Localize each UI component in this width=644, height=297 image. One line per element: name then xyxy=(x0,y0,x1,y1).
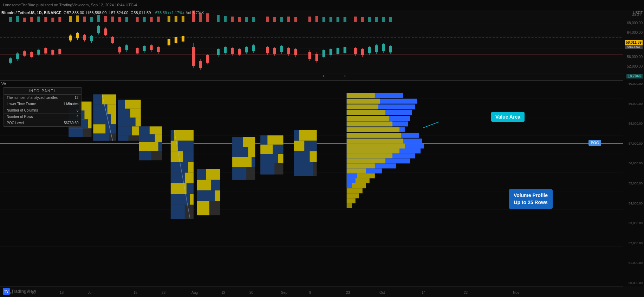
svg-rect-128 xyxy=(143,17,146,22)
svg-rect-112 xyxy=(23,18,26,22)
low-label: L57,324.00 xyxy=(109,11,128,15)
svg-rect-261 xyxy=(347,93,375,98)
info-row-rows: Number of Rows 4 xyxy=(4,114,81,120)
svg-rect-144 xyxy=(273,17,276,22)
svg-text:14: 14 xyxy=(422,291,426,295)
svg-rect-10 xyxy=(16,53,19,59)
current-time-label: 09:15:03 xyxy=(625,45,643,49)
svg-rect-248 xyxy=(273,145,283,154)
vol-badge: 18.704K xyxy=(626,74,643,78)
svg-rect-24 xyxy=(69,36,72,40)
svg-rect-38 xyxy=(118,47,121,52)
chart-divider xyxy=(0,80,623,81)
svg-rect-215 xyxy=(178,141,194,151)
current-price-label: 58,011.59 xyxy=(625,40,643,45)
svg-rect-237 xyxy=(232,137,243,147)
svg-rect-14 xyxy=(30,52,33,57)
info-row-columns: Number of Columns 6 xyxy=(4,107,81,114)
svg-rect-249 xyxy=(260,154,278,163)
svg-rect-238 xyxy=(243,137,255,147)
svg-rect-64 xyxy=(224,47,227,53)
info-value-ltf: 1 Minutes xyxy=(60,101,81,107)
svg-text:Sep: Sep xyxy=(281,291,287,295)
svg-rect-241 xyxy=(232,157,252,167)
usdt-label: USDT xyxy=(633,11,643,15)
svg-rect-117 xyxy=(58,17,61,22)
svg-text:Jul: Jul xyxy=(88,291,92,295)
svg-rect-229 xyxy=(197,169,206,180)
svg-rect-92 xyxy=(337,48,339,54)
svg-rect-130 xyxy=(157,17,160,22)
svg-text:9: 9 xyxy=(309,291,311,295)
svg-rect-46 xyxy=(150,45,153,50)
svg-rect-216 xyxy=(171,151,183,162)
poc-label: POC xyxy=(588,140,601,146)
va-label: VA xyxy=(1,82,6,86)
price-b-59000: 59,000.00 xyxy=(629,102,643,106)
svg-rect-273 xyxy=(347,127,399,132)
svg-rect-153 xyxy=(344,17,346,22)
svg-rect-82 xyxy=(294,49,297,55)
info-panel: INFO PANEL The number of analyzed candle… xyxy=(4,87,82,127)
svg-rect-232 xyxy=(211,180,220,190)
change-label: +673.59 (+1.17%) xyxy=(153,11,184,15)
svg-rect-205 xyxy=(150,126,162,134)
info-row-candles: The number of analyzed candles 12 xyxy=(4,95,81,101)
svg-rect-138 xyxy=(224,16,227,22)
svg-rect-147 xyxy=(294,17,297,22)
svg-rect-18 xyxy=(44,48,47,53)
svg-rect-137 xyxy=(217,15,220,22)
svg-rect-186 xyxy=(108,105,116,114)
price-b-54000: 54,000.00 xyxy=(629,202,643,205)
open-label: O57,338.00 xyxy=(64,11,84,15)
svg-rect-245 xyxy=(260,135,267,145)
svg-text:12: 12 xyxy=(221,291,226,295)
svg-rect-78 xyxy=(280,46,283,52)
tradingview-logo: TV TradingView xyxy=(3,288,36,295)
svg-rect-226 xyxy=(171,205,185,219)
svg-rect-235 xyxy=(197,201,209,215)
vol-label: Vol: 8.704K xyxy=(186,11,204,15)
price-52000: 52,000.00 xyxy=(627,64,643,68)
svg-rect-34 xyxy=(104,29,107,35)
svg-rect-113 xyxy=(30,17,33,22)
svg-rect-74 xyxy=(266,47,269,53)
price-b-52000: 52,000.00 xyxy=(629,241,643,245)
svg-rect-88 xyxy=(323,50,325,57)
tv-logo-text: TradingView xyxy=(11,289,36,294)
svg-rect-214 xyxy=(171,141,178,151)
svg-rect-80 xyxy=(287,48,290,54)
price-b-53000: 53,000.00 xyxy=(629,221,643,225)
svg-rect-56 xyxy=(192,47,195,66)
svg-rect-287 xyxy=(347,163,375,168)
svg-rect-132 xyxy=(175,16,177,22)
svg-text:23: 23 xyxy=(346,291,350,295)
svg-rect-254 xyxy=(299,130,317,140)
svg-rect-233 xyxy=(197,190,215,201)
high-label: H58,588.00 xyxy=(86,11,106,15)
svg-rect-96 xyxy=(354,48,357,54)
svg-rect-298 xyxy=(347,198,356,203)
svg-rect-118 xyxy=(69,16,72,22)
svg-rect-20 xyxy=(51,50,54,55)
svg-rect-141 xyxy=(245,17,248,22)
svg-rect-154 xyxy=(354,17,357,22)
svg-rect-44 xyxy=(143,46,146,51)
svg-rect-150 xyxy=(323,17,325,22)
svg-rect-104 xyxy=(382,44,385,51)
svg-rect-265 xyxy=(347,105,378,109)
price-b-56000: 56,000.00 xyxy=(629,162,643,165)
svg-rect-255 xyxy=(294,141,304,151)
svg-rect-126 xyxy=(125,17,128,22)
svg-rect-250 xyxy=(278,154,283,163)
svg-rect-187 xyxy=(93,114,111,124)
svg-rect-183 xyxy=(93,94,102,104)
svg-rect-263 xyxy=(347,99,380,104)
price-b-51000: 51,000.00 xyxy=(629,261,643,265)
chart-container: USDT Bitcoin / TetherUS, 1D, BINANCE O57… xyxy=(0,10,644,297)
svg-rect-66 xyxy=(231,48,234,54)
svg-rect-206 xyxy=(139,134,155,142)
svg-rect-116 xyxy=(51,18,54,22)
svg-text:15: 15 xyxy=(134,291,138,295)
svg-rect-12 xyxy=(23,51,26,56)
